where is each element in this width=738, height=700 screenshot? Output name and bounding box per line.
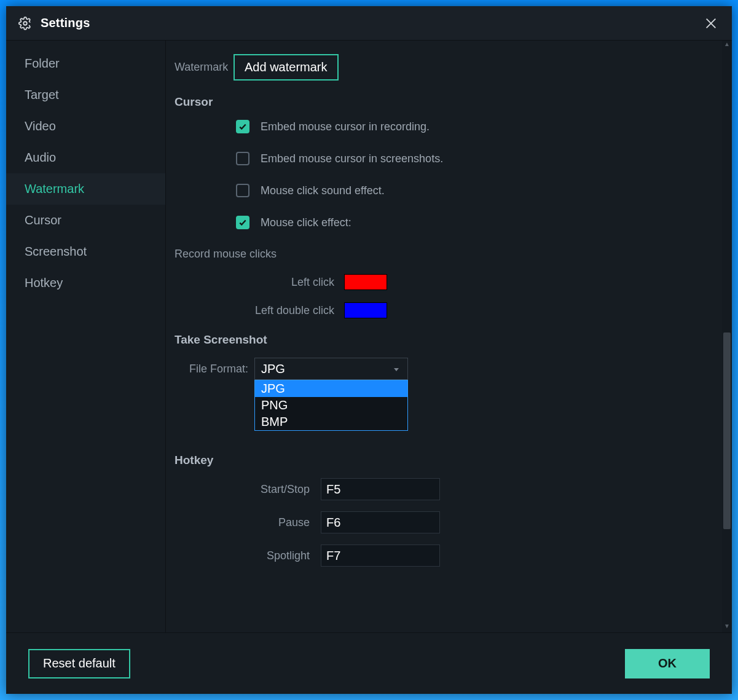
- hotkey-spotlight-label: Spotlight: [175, 549, 310, 562]
- left-double-click-label: Left double click: [175, 304, 334, 317]
- settings-window: Settings Folder Target Video Audio Water…: [6, 6, 732, 694]
- checkbox-embed-recording[interactable]: [236, 120, 249, 133]
- footer: Reset default OK: [6, 632, 732, 694]
- hotkey-startstop-input[interactable]: [321, 478, 440, 500]
- sidebar-item-screenshot[interactable]: Screenshot: [6, 236, 165, 267]
- sidebar-item-target[interactable]: Target: [6, 79, 165, 111]
- file-format-value: JPG: [261, 362, 285, 376]
- hotkey-section-title: Hotkey: [175, 454, 717, 467]
- cursor-opt-2-label: Mouse click sound effect.: [261, 184, 385, 197]
- watermark-label: Watermark: [175, 61, 234, 74]
- content-wrap: Watermark Add watermark Cursor Embed mou…: [166, 41, 732, 632]
- cursor-opt-0-label: Embed mouse cursor in recording.: [261, 120, 430, 133]
- sidebar-item-watermark[interactable]: Watermark: [6, 173, 165, 205]
- cursor-opt-3-label: Mouse click effect:: [261, 216, 351, 229]
- reset-default-button[interactable]: Reset default: [28, 649, 130, 678]
- window-title: Settings: [41, 16, 90, 30]
- hotkey-row-spotlight: Spotlight: [175, 545, 717, 567]
- checkbox-click-sound[interactable]: [236, 184, 249, 197]
- checkbox-embed-screenshots[interactable]: [236, 152, 249, 165]
- file-format-options: JPG PNG BMP: [254, 380, 408, 431]
- body: Folder Target Video Audio Watermark Curs…: [6, 41, 732, 632]
- hotkey-startstop-label: Start/Stop: [175, 483, 310, 496]
- left-click-row: Left click: [175, 274, 717, 290]
- watermark-row: Watermark Add watermark: [175, 54, 717, 81]
- hotkey-spotlight-input[interactable]: [321, 545, 440, 567]
- content: Watermark Add watermark Cursor Embed mou…: [166, 41, 722, 632]
- left-double-click-color[interactable]: [344, 302, 387, 318]
- sidebar: Folder Target Video Audio Watermark Curs…: [6, 41, 166, 632]
- scrollbar[interactable]: ▲ ▼: [722, 41, 732, 632]
- add-watermark-button[interactable]: Add watermark: [234, 54, 339, 81]
- cursor-section-title: Cursor: [175, 95, 717, 109]
- scroll-down-icon[interactable]: ▼: [722, 623, 732, 632]
- scroll-up-icon[interactable]: ▲: [722, 41, 732, 50]
- gear-icon: [18, 17, 32, 30]
- sidebar-item-video[interactable]: Video: [6, 111, 165, 142]
- scroll-thumb[interactable]: [723, 332, 731, 529]
- sidebar-item-hotkey[interactable]: Hotkey: [6, 267, 165, 299]
- ok-button[interactable]: OK: [625, 649, 710, 678]
- hotkey-pause-label: Pause: [175, 516, 310, 529]
- hotkey-row-startstop: Start/Stop: [175, 478, 717, 500]
- hotkey-row-pause: Pause: [175, 511, 717, 533]
- checkbox-click-effect[interactable]: [236, 216, 249, 229]
- screenshot-section-title: Take Screenshot: [175, 333, 717, 347]
- svg-point-0: [23, 22, 27, 25]
- record-clicks-title: Record mouse clicks: [175, 248, 717, 261]
- file-format-option-jpg[interactable]: JPG: [255, 380, 407, 397]
- cursor-opt-1: Embed mouse cursor in screenshots.: [236, 152, 717, 165]
- file-format-label: File Format:: [175, 363, 248, 376]
- file-format-select[interactable]: JPG: [254, 358, 408, 380]
- cursor-opt-2: Mouse click sound effect.: [236, 184, 717, 197]
- cursor-opt-1-label: Embed mouse cursor in screenshots.: [261, 152, 443, 165]
- left-click-color[interactable]: [344, 274, 387, 290]
- file-format-select-wrap: JPG JPG PNG BMP: [254, 358, 408, 380]
- cursor-opt-3: Mouse click effect:: [236, 216, 717, 229]
- chevron-down-icon: [391, 362, 401, 376]
- sidebar-item-cursor[interactable]: Cursor: [6, 205, 165, 236]
- left-double-click-row: Left double click: [175, 302, 717, 318]
- titlebar: Settings: [6, 6, 732, 41]
- left-click-label: Left click: [175, 276, 334, 289]
- close-button[interactable]: [702, 15, 720, 32]
- svg-marker-3: [394, 368, 399, 371]
- file-format-row: File Format: JPG JPG PNG BMP: [175, 358, 717, 380]
- file-format-option-png[interactable]: PNG: [255, 397, 407, 414]
- sidebar-item-audio[interactable]: Audio: [6, 142, 165, 173]
- cursor-opt-0: Embed mouse cursor in recording.: [236, 120, 717, 133]
- hotkey-pause-input[interactable]: [321, 511, 440, 533]
- file-format-option-bmp[interactable]: BMP: [255, 414, 407, 430]
- sidebar-item-folder[interactable]: Folder: [6, 48, 165, 79]
